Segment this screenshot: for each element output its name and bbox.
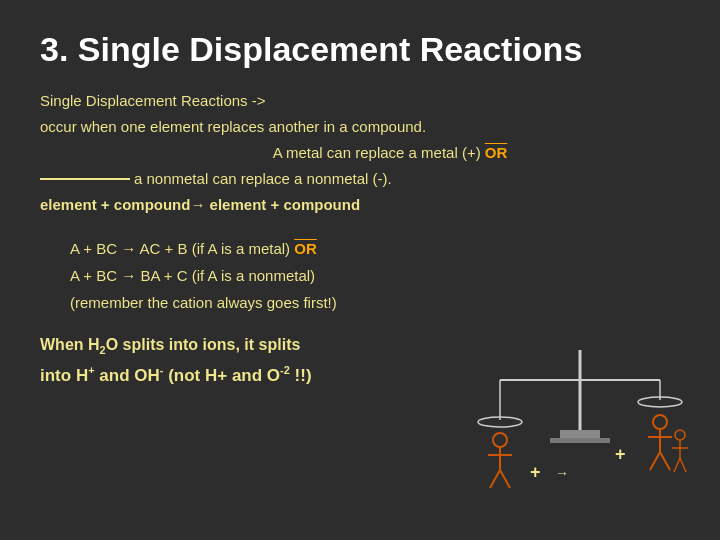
svg-line-17 [660,452,670,470]
reaction-line2: A + BC → BA + C (if A is a nonmetal) [70,262,680,289]
intro-line2: occur when one element replaces another … [40,115,680,139]
or-label-1: OR [485,144,508,161]
svg-point-13 [653,415,667,429]
svg-line-16 [650,452,660,470]
intro-line1: Single Displacement Reactions -> [40,89,680,113]
svg-text:+: + [615,444,626,464]
svg-line-25 [680,458,686,472]
or-label-2: OR [294,240,317,257]
svg-text:→: → [555,465,569,481]
svg-point-8 [493,433,507,447]
svg-rect-7 [550,438,610,443]
slide-title: 3. Single Displacement Reactions [40,30,680,69]
svg-line-11 [490,470,500,488]
slide: 3. Single Displacement Reactions Single … [0,0,720,540]
reaction-line1: A + BC → AC + B (if A is a metal) OR [70,235,680,262]
scale-svg: + → + [470,340,690,510]
scale-illustration: + → + [470,340,690,510]
svg-rect-6 [560,430,600,438]
slide-content: Single Displacement Reactions -> occur w… [40,89,680,217]
svg-line-24 [674,458,680,472]
svg-text:+: + [530,462,541,482]
bold-summary: element + compound→ element + compound [40,193,680,217]
svg-line-12 [500,470,510,488]
horizontal-rule [40,178,130,180]
intro-line4: a nonmetal can replace a nonmetal (-). [40,167,680,191]
svg-point-21 [675,430,685,440]
reactions-block: A + BC → AC + B (if A is a metal) OR A +… [70,235,680,316]
reaction-line3: (remember the cation always goes first!) [70,289,680,316]
intro-line3: A metal can replace a metal (+) OR [100,141,680,165]
